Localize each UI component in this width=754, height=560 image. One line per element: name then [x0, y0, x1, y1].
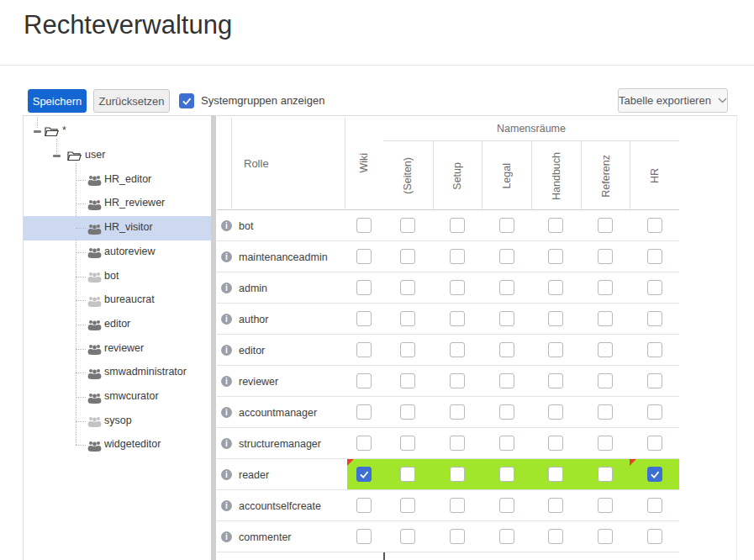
permission-checkbox-maintenanceadmin-legal[interactable]: [499, 249, 514, 264]
permission-checkbox-reviewer-legal[interactable]: [499, 373, 514, 388]
permission-checkbox-structuremanager-seiten[interactable]: [400, 436, 415, 451]
permission-checkbox-author-hr[interactable]: [647, 311, 662, 326]
permission-checkbox-reader-referenz[interactable]: [598, 467, 613, 482]
permission-checkbox-bot-setup[interactable]: [450, 218, 465, 233]
permission-checkbox-accountmanager-handbuch[interactable]: [548, 404, 563, 420]
tree-node-hr_editor[interactable]: HR_editor: [24, 167, 211, 192]
permission-checkbox-bot-handbuch[interactable]: [548, 218, 563, 233]
permission-checkbox-structuremanager-setup[interactable]: [450, 436, 465, 451]
permission-checkbox-accountmanager-hr[interactable]: [647, 404, 662, 420]
permission-checkbox-accountmanager-referenz[interactable]: [598, 404, 613, 420]
permission-checkbox-author-handbuch[interactable]: [548, 311, 563, 326]
permission-checkbox-accountmanager-setup[interactable]: [450, 404, 465, 420]
permission-checkbox-admin-legal[interactable]: [499, 280, 514, 295]
panel-splitter[interactable]: [211, 115, 216, 560]
info-icon[interactable]: [221, 531, 232, 542]
permission-checkbox-bot-seiten[interactable]: [400, 218, 415, 233]
permission-checkbox-maintenanceadmin-referenz[interactable]: [598, 249, 613, 264]
permission-checkbox-structuremanager-handbuch[interactable]: [548, 436, 563, 451]
tree-node-bureaucrat[interactable]: bureaucrat: [24, 288, 211, 313]
info-icon[interactable]: [221, 438, 232, 449]
permission-checkbox-author-legal[interactable]: [499, 311, 514, 326]
permission-checkbox-reviewer-seiten[interactable]: [400, 373, 415, 388]
permission-checkbox-editor-hr[interactable]: [647, 342, 662, 357]
permission-checkbox-reader-setup[interactable]: [450, 467, 465, 482]
permission-checkbox-admin-setup[interactable]: [450, 280, 465, 295]
permission-checkbox-admin-handbuch[interactable]: [548, 280, 563, 295]
permission-checkbox-accountselfcreate-legal[interactable]: [499, 498, 514, 513]
info-icon[interactable]: [221, 251, 232, 262]
permission-checkbox-reader-legal[interactable]: [499, 467, 514, 482]
tree-node-widgeteditor[interactable]: widgeteditor: [24, 433, 211, 457]
tree-node-hr_reviewer[interactable]: HR_reviewer: [24, 192, 211, 216]
permission-checkbox-maintenanceadmin-setup[interactable]: [450, 249, 465, 264]
permission-checkbox-bot-legal[interactable]: [499, 218, 514, 233]
info-icon[interactable]: [221, 407, 232, 418]
permission-checkbox-editor-setup[interactable]: [450, 342, 465, 357]
collapse-handle-icon[interactable]: [34, 130, 41, 133]
permission-checkbox-reviewer-handbuch[interactable]: [548, 373, 563, 388]
collapse-handle-icon[interactable]: [53, 155, 61, 157]
export-table-button[interactable]: Tabelle exportieren: [618, 88, 728, 113]
permission-checkbox-structuremanager-legal[interactable]: [499, 436, 514, 451]
permission-checkbox-commenter-seiten[interactable]: [400, 529, 415, 544]
permission-checkbox-bot-wiki[interactable]: [356, 218, 372, 233]
permission-checkbox-accountselfcreate-seiten[interactable]: [400, 498, 415, 513]
permission-checkbox-reader-seiten[interactable]: [400, 467, 415, 482]
permission-checkbox-reviewer-referenz[interactable]: [598, 373, 613, 388]
permission-checkbox-author-seiten[interactable]: [400, 311, 415, 326]
permission-checkbox-editor-seiten[interactable]: [400, 342, 415, 357]
permission-checkbox-bot-referenz[interactable]: [598, 218, 613, 233]
permission-checkbox-editor-legal[interactable]: [499, 342, 514, 357]
permission-checkbox-accountmanager-seiten[interactable]: [400, 404, 415, 420]
permission-checkbox-editor-wiki[interactable]: [356, 342, 372, 357]
tree-node-[interactable]: *: [24, 119, 211, 144]
permission-checkbox-reader-hr[interactable]: [647, 467, 662, 482]
permission-checkbox-maintenanceadmin-handbuch[interactable]: [548, 249, 563, 264]
permission-checkbox-admin-hr[interactable]: [647, 280, 662, 295]
tree-node-smwadministrator[interactable]: smwadministrator: [24, 361, 211, 385]
permission-checkbox-commenter-setup[interactable]: [450, 529, 465, 544]
permission-checkbox-structuremanager-referenz[interactable]: [598, 436, 613, 451]
tree-node-hr_visitor[interactable]: HR_visitor: [24, 216, 211, 240]
permission-checkbox-commenter-wiki[interactable]: [356, 529, 372, 544]
permission-checkbox-reviewer-hr[interactable]: [647, 373, 662, 388]
permission-checkbox-admin-wiki[interactable]: [356, 280, 372, 295]
info-icon[interactable]: [221, 345, 232, 356]
permission-checkbox-reader-handbuch[interactable]: [548, 467, 563, 482]
permission-checkbox-reviewer-wiki[interactable]: [356, 373, 372, 388]
permission-checkbox-structuremanager-wiki[interactable]: [356, 436, 372, 451]
permission-checkbox-reviewer-setup[interactable]: [450, 373, 465, 388]
permission-checkbox-admin-referenz[interactable]: [598, 280, 613, 295]
permission-checkbox-reader-wiki[interactable]: [356, 467, 372, 482]
permission-checkbox-bot-hr[interactable]: [647, 218, 662, 233]
tree-node-editor[interactable]: editor: [24, 313, 211, 337]
info-icon[interactable]: [221, 469, 232, 480]
permission-checkbox-commenter-hr[interactable]: [647, 529, 662, 544]
permission-checkbox-author-setup[interactable]: [450, 311, 465, 326]
info-icon[interactable]: [221, 220, 232, 231]
info-icon[interactable]: [221, 376, 232, 387]
reset-button[interactable]: Zurücksetzen: [93, 89, 170, 113]
permission-checkbox-author-referenz[interactable]: [598, 311, 613, 326]
save-button[interactable]: Speichern: [28, 89, 87, 113]
permission-checkbox-author-wiki[interactable]: [356, 311, 372, 326]
permission-checkbox-structuremanager-hr[interactable]: [647, 436, 662, 451]
permission-checkbox-editor-handbuch[interactable]: [548, 342, 563, 357]
systemgroups-checkbox[interactable]: [179, 93, 194, 108]
permission-checkbox-commenter-legal[interactable]: [499, 529, 514, 544]
permission-checkbox-editor-referenz[interactable]: [598, 342, 613, 357]
tree-node-user[interactable]: user: [24, 144, 211, 168]
tree-node-smwcurator[interactable]: smwcurator: [24, 385, 211, 409]
info-icon[interactable]: [221, 500, 232, 511]
info-icon[interactable]: [221, 283, 232, 293]
permission-checkbox-accountselfcreate-setup[interactable]: [450, 498, 465, 513]
permission-checkbox-commenter-handbuch[interactable]: [548, 529, 563, 544]
permission-checkbox-accountselfcreate-wiki[interactable]: [356, 498, 372, 513]
tree-node-reviewer[interactable]: reviewer: [24, 336, 211, 361]
permission-checkbox-maintenanceadmin-hr[interactable]: [647, 249, 662, 264]
permission-checkbox-commenter-referenz[interactable]: [598, 529, 613, 544]
tree-node-bot[interactable]: bot: [24, 264, 211, 288]
permission-checkbox-maintenanceadmin-seiten[interactable]: [400, 249, 415, 264]
permission-checkbox-accountselfcreate-referenz[interactable]: [598, 498, 613, 513]
